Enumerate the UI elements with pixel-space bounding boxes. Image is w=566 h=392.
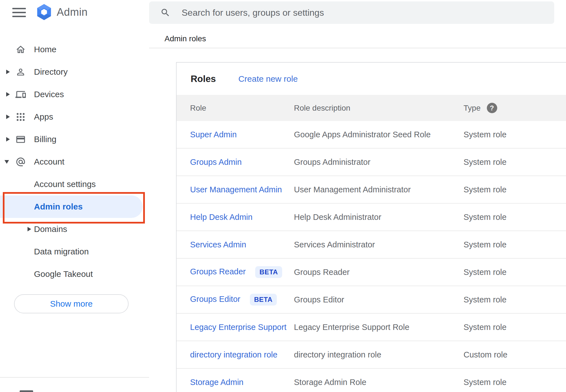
home-icon [15,44,26,55]
devices-icon [15,89,26,100]
role-type-cell: System role [464,213,566,222]
sidebar-item-account-settings[interactable]: Account settings [0,173,149,195]
table-row: Legacy Enterprise Support Legacy Enterpr… [177,314,566,341]
column-header-role: Role [177,104,294,113]
hamburger-menu-icon[interactable] [12,8,26,18]
sidebar-item-label: Data migration [34,247,89,256]
help-icon[interactable]: ? [487,103,497,113]
table-row: Storage Admin Storage Admin Role System … [177,369,566,392]
role-link[interactable]: Services Admin [190,240,246,249]
roles-card: Roles Create new role Role Role descript… [176,62,566,392]
card-title: Roles [191,74,216,84]
expand-right-icon[interactable] [6,70,10,74]
table-row: Groups Admin Groups Administrator System… [177,149,566,176]
role-cell: Services Admin [177,240,294,249]
sidebar-item-devices[interactable]: Devices [0,83,149,106]
role-description-cell: User Management Administrator [294,185,464,194]
role-link[interactable]: Help Desk Admin [190,213,252,222]
table-header-row: Role Role description Type ? [177,95,566,121]
role-type-cell: System role [464,323,566,332]
cutoff-bottom-icon [20,390,33,392]
role-description-cell: Groups Administrator [294,158,464,167]
role-cell: User Management Admin [177,185,294,194]
role-type-cell: System role [464,130,566,139]
role-description-cell: Google Apps Administrator Seed Role [294,130,464,139]
role-description-cell: Help Desk Administrator [294,213,464,222]
apps-icon [15,112,26,122]
admin-console-page: Admin Home Directory [0,0,566,392]
role-type-cell: Custom role [464,350,566,359]
role-link[interactable]: Legacy Enterprise Support [190,323,286,332]
header-divider [149,48,566,48]
column-header-type-label: Type [464,104,481,113]
role-link[interactable]: User Management Admin [190,185,282,194]
role-link[interactable]: Super Admin [190,130,237,139]
role-cell: directory integration role [177,350,294,359]
role-cell: Legacy Enterprise Support [177,323,294,332]
sidebar-item-label: Domains [34,224,67,234]
role-description-cell: Services Administrator [294,240,464,249]
expand-right-icon[interactable] [6,115,10,119]
beta-badge: BETA [255,266,282,278]
role-link[interactable]: Storage Admin [190,378,243,387]
column-header-type: Type ? [464,103,566,113]
create-new-role-link[interactable]: Create new role [238,74,298,84]
column-header-role-description: Role description [294,104,464,113]
role-description-cell: directory integration role [294,350,464,359]
sidebar-header: Admin [0,0,149,25]
role-cell: Groups Admin [177,158,294,167]
role-cell: Super Admin [177,130,294,139]
role-link[interactable]: Groups Reader [190,267,246,276]
at-icon [15,157,26,167]
table-row: Super Admin Google Apps Administrator Se… [177,121,566,149]
sidebar: Admin Home Directory [0,0,149,392]
product-name: Admin [57,6,88,18]
role-description-cell: Storage Admin Role [294,378,464,387]
expand-down-icon[interactable] [4,160,9,164]
sidebar-item-label: Apps [34,112,53,122]
sidebar-nav: Home Directory Devices [0,38,149,285]
admin-logo-icon [35,3,53,21]
expand-right-icon[interactable] [6,137,10,142]
person-icon [15,67,26,77]
role-cell: Storage Admin [177,378,294,387]
role-type-cell: System role [464,378,566,387]
sidebar-item-data-migration[interactable]: Data migration [0,240,149,263]
table-row: Help Desk Admin Help Desk Administrator … [177,204,566,231]
search-bar[interactable] [149,1,554,24]
role-cell: Help Desk Admin [177,213,294,222]
role-link[interactable]: directory integration role [190,350,277,359]
role-link[interactable]: Groups Admin [190,158,242,167]
table-row: Services Admin Services Administrator Sy… [177,231,566,259]
expand-right-icon[interactable] [6,92,10,97]
sidebar-item-label: Devices [34,90,64,99]
sidebar-item-apps[interactable]: Apps [0,106,149,128]
sidebar-item-directory[interactable]: Directory [0,61,149,83]
sidebar-item-admin-roles[interactable]: Admin roles [0,195,149,218]
sidebar-item-label: Account settings [34,179,96,189]
expand-right-icon[interactable] [28,227,31,231]
role-description-cell: Legacy Enterprise Support Role [294,323,464,332]
sidebar-item-domains[interactable]: Domains [0,218,149,240]
role-cell: Groups Reader BETA [177,266,294,278]
sidebar-item-google-takeout[interactable]: Google Takeout [0,263,149,285]
search-icon [160,8,170,18]
beta-badge: BETA [250,294,277,306]
table-row: Groups Editor BETA Groups Editor System … [177,286,566,314]
sidebar-divider [0,377,149,378]
table-row: Groups Reader BETA Groups Reader System … [177,259,566,286]
sidebar-item-label: Billing [34,135,56,144]
role-type-cell: System role [464,240,566,249]
sidebar-item-home[interactable]: Home [0,38,149,61]
search-input[interactable] [182,8,554,18]
sidebar-item-account[interactable]: Account [0,151,149,173]
sidebar-item-billing[interactable]: Billing [0,128,149,151]
breadcrumb: Admin roles [165,34,206,43]
sidebar-item-label: Directory [34,67,68,77]
sidebar-item-label: Admin roles [34,202,83,211]
table-row: User Management Admin User Management Ad… [177,176,566,204]
role-cell: Groups Editor BETA [177,294,294,306]
role-link[interactable]: Groups Editor [190,295,240,304]
role-type-cell: System role [464,185,566,194]
show-more-button[interactable]: Show more [14,294,129,313]
